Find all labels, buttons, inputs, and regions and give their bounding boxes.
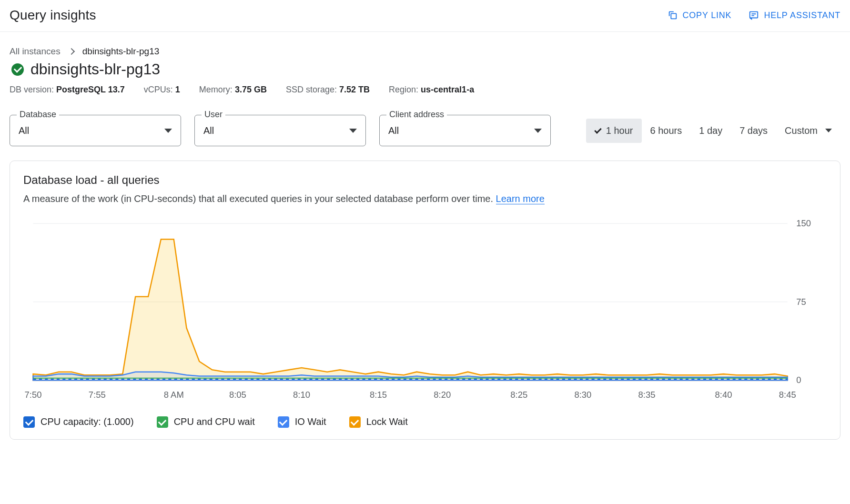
svg-text:7:55: 7:55 (89, 390, 106, 400)
svg-text:8:40: 8:40 (715, 390, 732, 400)
breadcrumb-root[interactable]: All instances (10, 46, 61, 57)
status-badge (11, 63, 24, 76)
card-description: A measure of the work (in CPU-seconds) t… (23, 193, 827, 204)
svg-text:8:10: 8:10 (293, 390, 310, 400)
check-icon (594, 126, 602, 134)
client-select-label: Client address (386, 110, 447, 120)
time-option-6-hours[interactable]: 6 hours (642, 119, 691, 143)
svg-text:8:20: 8:20 (434, 390, 451, 400)
db-load-card: Database load - all queries A measure of… (10, 161, 840, 440)
db-load-chart: 0751507:507:558 AM8:058:108:158:208:258:… (23, 219, 827, 405)
time-range-toggle: 1 hour6 hours1 day7 daysCustom (586, 119, 840, 143)
user-select[interactable]: User All (194, 115, 366, 146)
svg-text:8:30: 8:30 (574, 390, 591, 400)
time-option-custom[interactable]: Custom (776, 119, 840, 143)
svg-text:7:50: 7:50 (25, 390, 42, 400)
time-option-1-hour[interactable]: 1 hour (586, 119, 642, 143)
help-assistant-button[interactable]: HELP ASSISTANT (749, 10, 840, 20)
legend-checkbox-io-wait[interactable] (278, 416, 289, 428)
database-select-label: Database (17, 110, 59, 120)
user-select-label: User (202, 110, 225, 120)
card-title: Database load - all queries (23, 173, 827, 187)
client-select[interactable]: Client address All (379, 115, 551, 146)
svg-text:8 AM: 8 AM (164, 390, 184, 400)
learn-more-link[interactable]: Learn more (496, 193, 545, 204)
svg-text:150: 150 (796, 219, 811, 228)
svg-text:8:45: 8:45 (779, 390, 796, 400)
chevron-down-icon (349, 129, 357, 133)
copy-link-button[interactable]: COPY LINK (668, 10, 732, 20)
legend-checkbox-cpu-capacity[interactable] (23, 416, 35, 428)
copy-link-icon (668, 10, 678, 20)
chevron-down-icon (534, 129, 542, 133)
chevron-down-icon (164, 129, 172, 133)
svg-text:8:05: 8:05 (229, 390, 246, 400)
chart-legend: CPU capacity: (1.000) CPU and CPU wait I… (23, 416, 827, 428)
instance-name: dbinsights-blr-pg13 (30, 60, 160, 78)
help-assistant-icon (749, 10, 759, 20)
svg-rect-1 (750, 12, 758, 18)
breadcrumb-current: dbinsights-blr-pg13 (82, 46, 160, 57)
legend-checkbox-cpu-wait[interactable] (157, 416, 168, 428)
database-select[interactable]: Database All (10, 115, 181, 146)
svg-text:8:35: 8:35 (638, 390, 656, 400)
instance-meta: DB version: PostgreSQL 13.7 vCPUs: 1 Mem… (0, 78, 850, 95)
svg-rect-0 (671, 13, 676, 19)
time-option-1-day[interactable]: 1 day (690, 119, 731, 143)
svg-text:8:15: 8:15 (370, 390, 387, 400)
svg-text:75: 75 (796, 297, 806, 307)
breadcrumb: All instances dbinsights-blr-pg13 (0, 32, 850, 57)
chevron-right-icon (68, 48, 75, 55)
legend-checkbox-lock-wait[interactable] (349, 416, 361, 428)
time-option-7-days[interactable]: 7 days (731, 119, 776, 143)
chevron-down-icon (825, 129, 832, 132)
page-title: Query insights (10, 8, 96, 23)
svg-text:8:25: 8:25 (510, 390, 527, 400)
svg-text:0: 0 (796, 375, 801, 385)
